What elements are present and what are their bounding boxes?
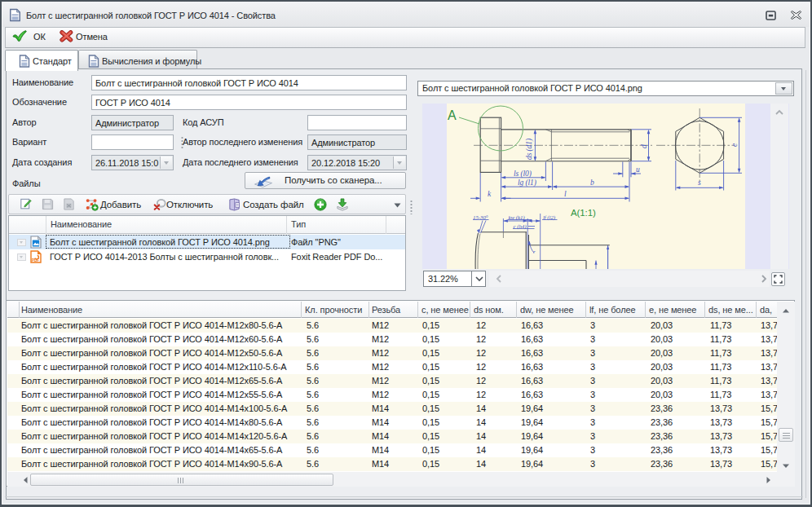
svg-text:c (h4): c (h4) bbox=[514, 223, 527, 230]
svg-text:d: d bbox=[640, 144, 648, 148]
svg-text:A(1:1): A(1:1) bbox=[571, 208, 596, 218]
svg-text:kw (k1): kw (k1) bbox=[509, 214, 526, 221]
svg-text:PDF: PDF bbox=[32, 258, 39, 262]
svg-text:e: e bbox=[730, 143, 739, 147]
svg-text:15-30°: 15-30° bbox=[473, 214, 488, 221]
svg-text:s: s bbox=[698, 179, 701, 187]
svg-text:A: A bbox=[448, 108, 457, 122]
svg-text:lf (l2): lf (l2) bbox=[543, 214, 556, 221]
svg-text:u: u bbox=[636, 165, 640, 174]
svg-text:lg (l1): lg (l1) bbox=[518, 179, 536, 187]
svg-text:b: b bbox=[590, 179, 594, 187]
svg-text:ds (d1): ds (d1) bbox=[525, 139, 534, 160]
svg-text:r: r bbox=[533, 249, 536, 255]
svg-text:ls (l0): ls (l0) bbox=[514, 170, 532, 179]
